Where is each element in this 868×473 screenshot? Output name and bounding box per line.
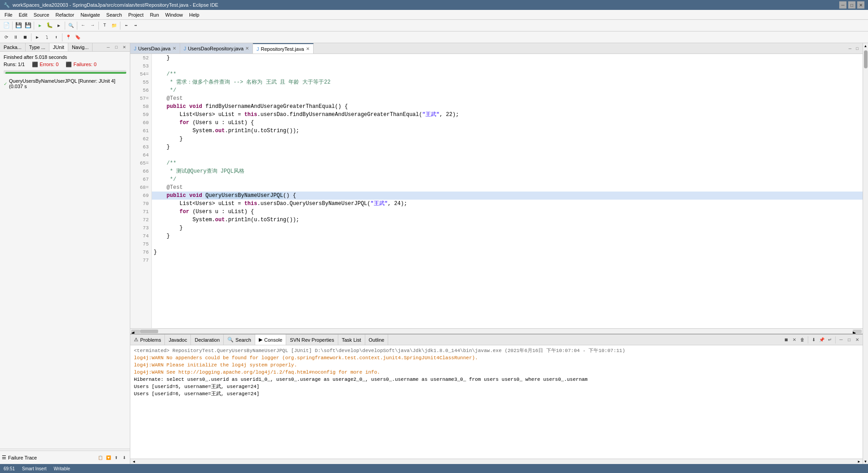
bottom-tab-sep2 bbox=[835, 336, 836, 344]
tab-problems[interactable]: ⚠ Problems bbox=[130, 335, 165, 345]
console-clear-button[interactable]: 🗑 bbox=[799, 336, 806, 344]
failure-trace-filter-button[interactable]: 🔽 bbox=[105, 454, 112, 461]
console-word-wrap-button[interactable]: ↵ bbox=[826, 336, 833, 344]
failure-trace-close-button[interactable]: ⬇ bbox=[121, 454, 128, 461]
console-hscrollbar-right[interactable]: ▶ bbox=[856, 460, 862, 464]
save-button[interactable]: 💾 bbox=[14, 21, 23, 30]
tb2-btn4[interactable]: ▶ bbox=[33, 33, 42, 42]
main-layout: Packa... Type ... JUnit Navig... ─ □ ✕ F… bbox=[0, 43, 868, 464]
back-button[interactable]: ← bbox=[79, 21, 88, 30]
close-button[interactable]: ✕ bbox=[857, 1, 864, 9]
tb2-btn5[interactable]: ⤵ bbox=[42, 33, 51, 42]
tab-junit[interactable]: JUnit bbox=[49, 43, 68, 51]
tab-repository-test[interactable]: J RepositoryTest.java ✕ bbox=[253, 43, 314, 54]
open-resource-button[interactable]: 📁 bbox=[110, 21, 119, 30]
console-stop-button[interactable]: ⏹ bbox=[783, 336, 790, 344]
tab-console-label: Console bbox=[264, 337, 282, 343]
code-line-56: */ bbox=[152, 86, 863, 94]
console-warn-2: log4j:WARN Please initialize the log4j s… bbox=[134, 361, 859, 369]
console-hscrollbar[interactable]: ◀ ▶ bbox=[130, 459, 863, 464]
editor-tabs: J UsersDao.java ✕ J UsersDaoRepository.j… bbox=[130, 43, 863, 54]
run-last-button[interactable]: ▶ bbox=[54, 21, 63, 30]
tab-users-dao-close[interactable]: ✕ bbox=[173, 46, 176, 51]
code-editor[interactable]: 52 53 54= 55 56 57= 58 59 60 61 62 63 64… bbox=[130, 54, 863, 334]
bottom-minimize-button[interactable]: ─ bbox=[837, 336, 845, 344]
save-all-button[interactable]: 💾 bbox=[23, 21, 32, 30]
code-line-74: } bbox=[152, 232, 863, 240]
tb2-btn2[interactable]: ⏸ bbox=[11, 33, 20, 42]
tab-users-dao-repository[interactable]: J UsersDaoRepository.java ✕ bbox=[180, 43, 253, 54]
menu-source[interactable]: Source bbox=[31, 11, 52, 18]
forward-button[interactable]: → bbox=[88, 21, 97, 30]
tab-javadoc[interactable]: Javadoc bbox=[165, 335, 191, 345]
failure-trace-copy-button[interactable]: 📋 bbox=[97, 454, 104, 461]
console-pin-button[interactable]: 📌 bbox=[818, 336, 825, 344]
failure-trace-expand-button[interactable]: ⬆ bbox=[113, 454, 120, 461]
menu-search[interactable]: Search bbox=[104, 11, 125, 18]
code-lines[interactable]: } /** * 需求：做多个条件查询 --> 名称为 王武 且 年龄 大于等于2… bbox=[152, 54, 863, 328]
tab-search[interactable]: 🔍 Search bbox=[224, 335, 255, 345]
editor-vscrollbar[interactable]: ▲ ▼ bbox=[863, 43, 868, 464]
minimize-button[interactable]: ─ bbox=[839, 1, 846, 9]
new-button[interactable]: 📄 bbox=[2, 21, 11, 30]
bottom-panel: ⚠ Problems Javadoc Declaration 🔍 Search bbox=[130, 334, 863, 464]
status-bar: 69:51 Smart Insert Writable bbox=[0, 464, 868, 473]
panel-minimize-button[interactable]: ─ bbox=[105, 44, 112, 51]
console-remove-button[interactable]: ✕ bbox=[791, 336, 798, 344]
restore-button[interactable]: □ bbox=[848, 1, 855, 9]
tab-svn-rev[interactable]: SVN Rev Properties bbox=[286, 335, 338, 345]
panel-maximize-button[interactable]: □ bbox=[113, 44, 120, 51]
tab-outline[interactable]: Outline bbox=[365, 335, 389, 345]
tab-users-dao[interactable]: J UsersDao.java ✕ bbox=[130, 43, 180, 54]
tab-navigator[interactable]: Navig... bbox=[68, 43, 93, 51]
tab-repo-test-close[interactable]: ✕ bbox=[306, 46, 310, 51]
run-button[interactable]: ▶ bbox=[35, 21, 44, 30]
vs-up-button[interactable]: ▲ bbox=[863, 43, 868, 49]
menu-run[interactable]: Run bbox=[147, 11, 162, 18]
editor-bottom-container: 52 53 54= 55 56 57= 58 59 60 61 62 63 64… bbox=[130, 54, 863, 464]
tb2-btn7[interactable]: 📍 bbox=[64, 33, 73, 42]
editor-minimize-button[interactable]: ─ bbox=[846, 45, 854, 52]
console-hscrollbar-left[interactable]: ◀ bbox=[131, 460, 137, 464]
tb2-btn1[interactable]: ⟳ bbox=[2, 33, 11, 42]
tab-console[interactable]: ▶ Console bbox=[255, 335, 286, 345]
vs-down-button[interactable]: ▼ bbox=[863, 459, 868, 464]
console-area[interactable]: <terminated> RepositoryTest.QueryUsersBy… bbox=[130, 345, 863, 459]
bottom-maximize-button[interactable]: □ bbox=[846, 336, 853, 344]
junit-tree-item[interactable]: ✓ QueryUsersByNameUserJPQL [Runner: JUni… bbox=[4, 77, 126, 90]
tb2-btn3[interactable]: ⏹ bbox=[21, 33, 30, 42]
panel-close-button[interactable]: ✕ bbox=[121, 44, 128, 51]
tab-type-hierarchy[interactable]: Type ... bbox=[26, 43, 49, 51]
tab-declaration-label: Declaration bbox=[195, 337, 220, 343]
tab-users-dao-label: UsersDao.java bbox=[138, 46, 171, 51]
junit-status: Finished after 5.018 seconds bbox=[2, 54, 128, 61]
search-button[interactable]: 🔍 bbox=[66, 21, 75, 30]
tab-task-list[interactable]: Task List bbox=[338, 335, 365, 345]
menu-window[interactable]: Window bbox=[163, 11, 186, 18]
editor-hscrollbar[interactable]: ◀ ▶ bbox=[130, 328, 863, 334]
tb2-sep-2 bbox=[62, 33, 62, 41]
tb2-btn8[interactable]: 🔖 bbox=[73, 33, 82, 42]
ln-60: 60 bbox=[132, 119, 149, 127]
next-edit-button[interactable]: ➡ bbox=[131, 21, 140, 30]
prev-edit-button[interactable]: ⬅ bbox=[122, 21, 131, 30]
menu-file[interactable]: File bbox=[2, 11, 15, 18]
console-scroll-end-button[interactable]: ⬇ bbox=[810, 336, 817, 344]
status-smart-insert: Smart Insert bbox=[22, 466, 46, 471]
tb-sep-1 bbox=[12, 22, 13, 30]
tb2-btn6[interactable]: ⬆ bbox=[52, 33, 61, 42]
tab-users-dao-repo-close[interactable]: ✕ bbox=[245, 46, 249, 51]
bottom-close-button[interactable]: ✕ bbox=[854, 336, 861, 344]
menu-project[interactable]: Project bbox=[125, 11, 146, 18]
menu-help[interactable]: Help bbox=[186, 11, 202, 18]
tab-declaration[interactable]: Declaration bbox=[191, 335, 224, 345]
menu-navigate[interactable]: Navigate bbox=[78, 11, 102, 18]
editor-maximize-button[interactable]: □ bbox=[854, 45, 861, 52]
debug-button[interactable]: 🐛 bbox=[45, 21, 54, 30]
code-scroll-area[interactable]: 52 53 54= 55 56 57= 58 59 60 61 62 63 64… bbox=[130, 54, 863, 328]
open-type-button[interactable]: T bbox=[100, 21, 109, 30]
tab-package-explorer[interactable]: Packa... bbox=[0, 43, 26, 51]
menu-edit[interactable]: Edit bbox=[16, 11, 30, 18]
vs-thumb[interactable] bbox=[864, 50, 868, 68]
menu-refactor[interactable]: Refactor bbox=[53, 11, 77, 18]
